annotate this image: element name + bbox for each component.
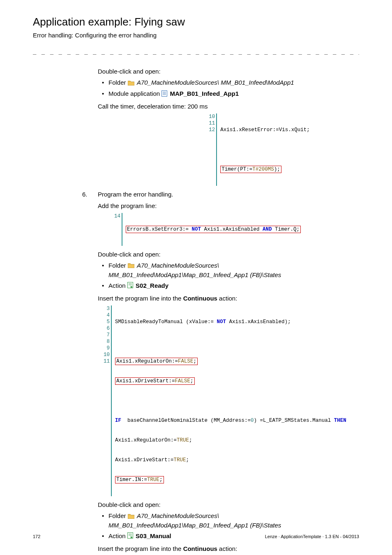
open-list-2: Folder A70_MachineModuleSources\ MM_B01_… <box>98 261 359 291</box>
module-item: Module application MAP_B01_Infeed_App1 <box>104 89 359 99</box>
text-insert-1: Insert the program line into the Continu… <box>98 294 359 303</box>
code-gutter: 34567891011 <box>104 305 112 496</box>
code-gutter: 14 <box>114 213 122 246</box>
folder-item: Folder A70_MachineModuleSources\ MM_B01_… <box>104 261 359 280</box>
folder-icon <box>128 512 134 521</box>
footer-meta: Lenze · ApplicationTemplate · 1.3 EN - 0… <box>265 534 359 540</box>
code-block-2: 14 ErrorsB.xSetError3:= NOT Axis1.xAxisE… <box>98 213 359 246</box>
code-block-3: 34567891011 SMDisableReadyToManual (xVal… <box>98 305 359 496</box>
folder-path: A70_MachineModuleSources\ MM_B01_Infeed\… <box>137 79 294 86</box>
folder-path-a: A70_MachineModuleSources\ <box>137 262 219 269</box>
code-lines: ErrorsB.xSetError3:= NOT Axis1.xAxisEnab… <box>122 213 301 246</box>
page-number: 172 <box>33 534 40 540</box>
text-dco-3: Double-click and open: <box>98 500 359 509</box>
step-number: 6. <box>82 190 88 199</box>
step-title: Program the error handling. <box>98 190 359 199</box>
page-footer: 172 Lenze · ApplicationTemplate · 1.3 EN… <box>33 534 359 540</box>
module-name: MAP_B01_Infeed_App1 <box>170 90 239 97</box>
folder-icon <box>128 79 134 88</box>
action-item: Action S02_Ready <box>104 281 359 291</box>
folder-item: Folder A70_MachineModuleSources\ MM_B01_… <box>104 78 359 88</box>
text-add-line: Add the program line: <box>98 201 359 210</box>
text-dco-2: Double-click and open: <box>98 250 359 259</box>
text-call-timer: Call the timer, deceleration time: 200 m… <box>98 102 359 111</box>
module-app-icon <box>161 90 167 99</box>
code-lines: SMDisableReadyToManual (xValue:= NOT Axi… <box>112 305 346 496</box>
text-dco-1: Double-click and open: <box>98 67 359 76</box>
separator-dashes: _ _ _ _ _ _ _ _ _ _ _ _ _ _ _ _ _ _ _ _ … <box>33 47 359 55</box>
page-subtitle: Error handling: Configuring the error ha… <box>33 31 359 40</box>
folder-item: Folder A70_MachineModuleSources\ MM_B01_… <box>104 511 359 530</box>
code-lines: Axis1.xResetError:=Vis.xQuit; Timer(PT:=… <box>217 113 310 186</box>
action-name: S02_Ready <box>136 282 168 289</box>
action-icon <box>127 282 133 291</box>
open-list-1: Folder A70_MachineModuleSources\ MM_B01_… <box>98 78 359 99</box>
folder-path-a: A70_MachineModuleSources\ <box>137 512 219 519</box>
page-title: Application example: Flying saw <box>33 14 359 30</box>
content-body: Double-click and open: Folder A70_Machin… <box>33 67 359 555</box>
code-gutter: 10 11 12 <box>209 113 217 186</box>
text-insert-2: Insert the program line into the Continu… <box>98 544 359 553</box>
code-block-1: 10 11 12 Axis1.xResetError:=Vis.xQuit; T… <box>98 113 359 186</box>
page: Application example: Flying saw Error ha… <box>0 0 392 555</box>
step-6: 6. Program the error handling. Add the p… <box>98 190 359 555</box>
folder-path-b: MM_B01_Infeed\ModApp1\Map_B01_Infeed_App… <box>108 271 281 278</box>
folder-icon <box>128 261 134 271</box>
folder-path-b: MM_B01_Infeed\ModApp1\Map_B01_Infeed_App… <box>108 522 281 529</box>
